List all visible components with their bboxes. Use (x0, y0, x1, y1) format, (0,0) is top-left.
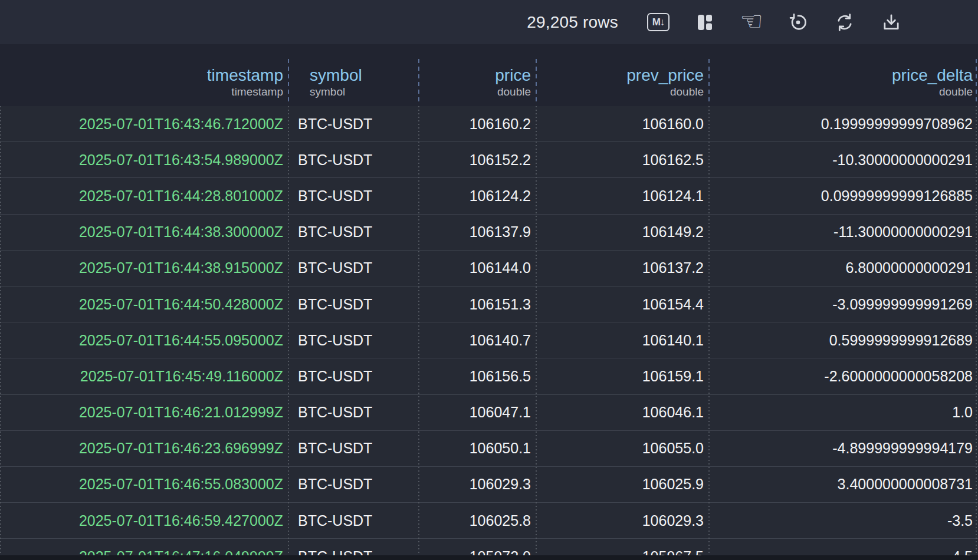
table-row[interactable]: 2025-07-01T16:46:21.012999ZBTC-USDT10604… (0, 395, 978, 431)
cell-timestamp: 2025-07-01T16:46:21.012999Z (0, 404, 288, 421)
cell-price: 106047.1 (419, 404, 536, 421)
cell-price: 106160.2 (419, 116, 536, 133)
cell-prev_price: 106029.3 (536, 512, 709, 529)
cell-symbol: BTC-USDT (288, 440, 419, 457)
cell-prev_price: 106154.4 (536, 296, 709, 313)
cell-timestamp: 2025-07-01T16:44:38.300000Z (0, 223, 288, 241)
cell-symbol: BTC-USDT (288, 116, 419, 133)
cell-symbol: BTC-USDT (288, 259, 419, 276)
cell-timestamp: 2025-07-01T16:46:55.083000Z (0, 476, 288, 493)
body-column-separator (0, 106, 1, 555)
cell-price: 106151.3 (419, 296, 536, 313)
history-icon (788, 12, 808, 32)
column-header-price[interactable]: pricedouble (419, 44, 536, 106)
cell-symbol: BTC-USDT (288, 187, 419, 205)
column-resize-handle[interactable] (418, 59, 419, 105)
cell-prev_price: 106159.1 (536, 368, 709, 385)
column-type: double (939, 85, 973, 99)
column-type: double (497, 85, 531, 99)
cell-prev_price: 106025.9 (536, 476, 709, 493)
column-header-price_delta[interactable]: price_deltadouble (709, 44, 978, 106)
cell-timestamp: 2025-07-01T16:45:49.116000Z (0, 368, 288, 385)
body-column-separator (976, 106, 977, 555)
cell-timestamp: 2025-07-01T16:43:54.989000Z (0, 151, 288, 169)
column-name: price_delta (892, 65, 973, 85)
cell-prev_price: 106140.1 (536, 332, 709, 349)
body-column-separator (708, 106, 710, 555)
download-icon (881, 12, 901, 32)
column-resize-handle[interactable] (288, 59, 289, 105)
download-button[interactable] (880, 11, 902, 34)
table-row[interactable]: 2025-07-01T16:45:49.116000ZBTC-USDT10615… (0, 358, 978, 394)
cell-symbol: BTC-USDT (288, 512, 419, 529)
column-resize-handle[interactable] (976, 59, 977, 105)
layout-columns-icon (695, 13, 714, 32)
column-name: price (495, 65, 531, 85)
cell-timestamp: 2025-07-01T16:44:55.095000Z (0, 332, 288, 349)
cell-prev_price: 106162.5 (536, 151, 709, 169)
cell-timestamp: 2025-07-01T16:43:46.712000Z (0, 116, 288, 133)
markdown-export-button[interactable]: M↓ (647, 11, 669, 34)
cell-symbol: BTC-USDT (288, 332, 419, 349)
column-resize-handle[interactable] (708, 59, 710, 105)
cell-price: 106029.3 (419, 476, 536, 493)
history-button[interactable] (787, 11, 809, 34)
table-row[interactable]: 2025-07-01T16:46:59.427000ZBTC-USDT10602… (0, 503, 978, 539)
refresh-icon (835, 12, 855, 32)
toolbar: 29,205 rows M↓ ☜ (0, 0, 978, 44)
row-count: 29,205 rows (527, 13, 618, 32)
cell-price: 106156.5 (419, 368, 536, 385)
cell-symbol: BTC-USDT (288, 223, 419, 241)
cell-price: 106124.2 (419, 187, 536, 205)
cell-price_delta: 3.400000000008731 (709, 476, 978, 493)
layout-columns-button[interactable] (694, 11, 716, 34)
bottom-edge-strip (0, 555, 978, 560)
cell-price: 106050.1 (419, 440, 536, 457)
cell-price: 106144.0 (419, 259, 536, 276)
cell-price_delta: 0.19999999999708962 (709, 116, 978, 133)
cell-price_delta: 1.0 (709, 404, 978, 421)
column-name: timestamp (207, 65, 283, 85)
table-header: timestamptimestampsymbolsymbolpricedoubl… (0, 44, 978, 106)
table-row[interactable]: 2025-07-01T16:44:28.801000ZBTC-USDT10612… (0, 178, 978, 214)
table-row[interactable]: 2025-07-01T16:44:55.095000ZBTC-USDT10614… (0, 322, 978, 358)
cell-timestamp: 2025-07-01T16:44:50.428000Z (0, 296, 288, 313)
column-header-symbol[interactable]: symbolsymbol (288, 44, 419, 106)
cell-prev_price: 106160.0 (536, 116, 709, 133)
column-header-prev_price[interactable]: prev_pricedouble (536, 44, 709, 106)
column-header-timestamp[interactable]: timestamptimestamp (0, 44, 288, 106)
markdown-export-icon: M↓ (647, 13, 669, 31)
cell-timestamp: 2025-07-01T16:44:38.915000Z (0, 259, 288, 276)
table-row[interactable]: 2025-07-01T16:43:46.712000ZBTC-USDT10616… (0, 106, 978, 142)
column-name: prev_price (626, 65, 704, 85)
cell-price_delta: -3.099999999991269 (709, 296, 978, 313)
cell-prev_price: 106046.1 (536, 404, 709, 421)
cell-symbol: BTC-USDT (288, 151, 419, 169)
cell-prev_price: 106124.1 (536, 187, 709, 205)
cell-price_delta: -2.6000000000058208 (709, 368, 978, 385)
pointer-hand-button[interactable]: ☜ (740, 11, 763, 34)
cell-symbol: BTC-USDT (288, 476, 419, 493)
cell-price: 106137.9 (419, 223, 536, 241)
table-row[interactable]: 2025-07-01T16:44:38.915000ZBTC-USDT10614… (0, 251, 978, 286)
table-row[interactable]: 2025-07-01T16:46:23.696999ZBTC-USDT10605… (0, 431, 978, 467)
column-type: symbol (310, 85, 345, 99)
table-row[interactable]: 2025-07-01T16:44:38.300000ZBTC-USDT10613… (0, 215, 978, 251)
cell-prev_price: 106055.0 (536, 440, 709, 457)
table-row[interactable]: 2025-07-01T16:43:54.989000ZBTC-USDT10615… (0, 142, 978, 178)
refresh-button[interactable] (833, 11, 856, 34)
cell-price_delta: 6.80000000000291 (709, 259, 978, 276)
cell-symbol: BTC-USDT (288, 368, 419, 385)
table-row[interactable]: 2025-07-01T16:46:55.083000ZBTC-USDT10602… (0, 467, 978, 503)
cell-price_delta: -11.30000000000291 (709, 223, 978, 241)
column-type: double (670, 85, 704, 99)
cell-timestamp: 2025-07-01T16:46:23.696999Z (0, 440, 288, 457)
table-row[interactable]: 2025-07-01T16:44:50.428000ZBTC-USDT10615… (0, 286, 978, 322)
cell-prev_price: 106137.2 (536, 259, 709, 276)
body-column-separator (536, 106, 537, 555)
cell-symbol: BTC-USDT (288, 404, 419, 421)
cell-prev_price: 106149.2 (536, 223, 709, 241)
cell-price_delta: -3.5 (709, 512, 978, 529)
column-resize-handle[interactable] (536, 59, 537, 105)
table-body: 2025-07-01T16:43:46.712000ZBTC-USDT10616… (0, 106, 978, 560)
